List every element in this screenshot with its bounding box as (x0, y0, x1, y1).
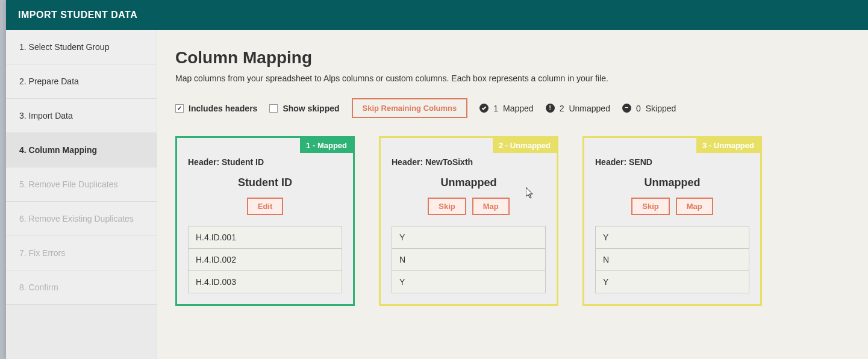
card-data-preview: Y N Y (392, 226, 546, 293)
app-window: Import Student Data 1. Select Student Gr… (6, 0, 868, 359)
data-cell: Y (596, 226, 749, 249)
card-header: Header: NewToSixth (392, 157, 546, 167)
window-title: Import Student Data (18, 10, 137, 20)
sidebar-item-label: 3. Import Data (19, 111, 73, 120)
skipped-label: Skipped (646, 104, 676, 113)
sidebar-item-label: 6. Remove Existing Duplicates (19, 214, 134, 223)
card-header: Header: SEND (595, 157, 749, 167)
card-badge: 2 - Unmapped (493, 138, 557, 153)
card-data-preview: H.4.ID.001 H.4.ID.002 H.4.ID.003 (188, 226, 342, 293)
card-title: Student ID (188, 176, 342, 189)
map-button[interactable]: Map (472, 198, 510, 215)
skip-remaining-button[interactable]: Skip Remaining Columns (352, 98, 468, 118)
sidebar-item-label: 4. Column Mapping (19, 145, 97, 155)
data-cell: Y (596, 271, 749, 293)
window-title-bar: Import Student Data (6, 0, 868, 30)
mapped-count: 1 (493, 104, 498, 113)
sidebar-item-fix-errors: 7. Fix Errors (6, 236, 157, 270)
content-row: 1. Select Student Group 2. Prepare Data … (6, 30, 868, 359)
sidebar-item-prepare-data[interactable]: 2. Prepare Data (6, 64, 157, 99)
column-cards-row: 1 - Mapped Header: Student ID Student ID… (175, 136, 850, 306)
includes-headers-label: Includes headers (189, 104, 257, 113)
sidebar-item-label: 2. Prepare Data (19, 76, 79, 86)
column-card-2: 2 - Unmapped Header: NewToSixth Unmapped… (379, 136, 558, 306)
show-skipped-checkbox[interactable]: Show skipped (269, 104, 339, 113)
card-data-preview: Y N Y (595, 226, 749, 293)
checkbox-icon (175, 104, 184, 113)
skip-button[interactable]: Skip (428, 198, 466, 215)
sidebar: 1. Select Student Group 2. Prepare Data … (6, 30, 157, 359)
unmapped-status: ! 2 Unmapped (546, 104, 610, 113)
sidebar-item-label: 8. Confirm (19, 283, 58, 292)
alert-circle-icon: ! (546, 104, 555, 113)
sidebar-item-import-data[interactable]: 3. Import Data (6, 99, 157, 133)
unmapped-count: 2 (560, 104, 564, 113)
map-button[interactable]: Map (676, 198, 713, 215)
mapped-status: 1 Mapped (479, 104, 533, 113)
sidebar-item-label: 5. Remove File Duplicates (19, 180, 117, 189)
page-title: Column Mapping (175, 48, 850, 67)
card-badge: 1 - Mapped (300, 138, 353, 153)
sidebar-item-column-mapping[interactable]: 4. Column Mapping (6, 133, 157, 167)
card-title: Unmapped (595, 176, 749, 189)
skipped-count: 0 (636, 104, 641, 113)
obscured-background (0, 0, 6, 359)
skip-button[interactable]: Skip (631, 198, 669, 215)
show-skipped-label: Show skipped (283, 104, 339, 113)
data-cell: N (596, 249, 749, 271)
main-panel: Column Mapping Map columns from your spr… (157, 30, 868, 359)
mapped-label: Mapped (503, 104, 534, 113)
minus-circle-icon (622, 104, 631, 113)
column-card-1: 1 - Mapped Header: Student ID Student ID… (175, 136, 355, 306)
sidebar-item-remove-file-duplicates: 5. Remove File Duplicates (6, 167, 157, 202)
data-cell: Y (392, 226, 546, 249)
data-cell: H.4.ID.002 (189, 249, 342, 271)
check-circle-icon (479, 104, 489, 113)
unmapped-label: Unmapped (569, 104, 610, 113)
data-cell: H.4.ID.001 (189, 226, 342, 249)
data-cell: N (392, 249, 546, 271)
skipped-status: 0 Skipped (622, 104, 676, 113)
column-card-3: 3 - Unmapped Header: SEND Unmapped Skip … (582, 136, 762, 306)
checkbox-icon (269, 104, 278, 113)
edit-button[interactable]: Edit (247, 198, 284, 215)
page-description: Map columns from your spreadsheet to Alp… (175, 73, 850, 83)
sidebar-item-select-group[interactable]: 1. Select Student Group (6, 30, 157, 64)
card-badge: 3 - Unmapped (696, 138, 760, 153)
sidebar-item-confirm: 8. Confirm (6, 270, 157, 305)
sidebar-item-label: 1. Select Student Group (19, 42, 109, 52)
card-header: Header: Student ID (188, 157, 342, 167)
sidebar-item-remove-existing-duplicates: 6. Remove Existing Duplicates (6, 202, 157, 236)
includes-headers-checkbox[interactable]: Includes headers (175, 104, 257, 113)
data-cell: Y (392, 271, 546, 293)
card-title: Unmapped (392, 176, 546, 189)
toolbar: Includes headers Show skipped Skip Remai… (175, 98, 850, 118)
data-cell: H.4.ID.003 (189, 271, 342, 293)
sidebar-item-label: 7. Fix Errors (19, 248, 65, 258)
